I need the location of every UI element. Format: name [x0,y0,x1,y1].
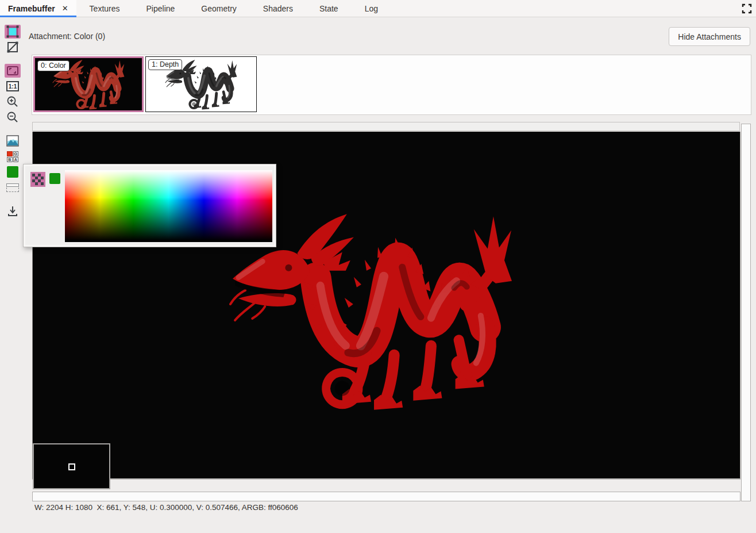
tab-label: Log [365,4,378,13]
framebuffer-viewer-window: Framebuffer ✕ Textures Pipeline Geometry… [0,0,756,533]
hsv-gradient-picker[interactable] [65,170,272,242]
pixel-status-text: W: 2204 H: 1080 X: 661, Y: 548, U: 0.300… [34,503,298,512]
tab-label: Textures [90,4,120,13]
fullscreen-button[interactable] [742,3,752,14]
zoom-out-icon [6,110,20,124]
blend-disabled-icon [6,40,20,54]
tab-label: Shaders [263,4,293,13]
background-image-icon [6,135,20,147]
tab-bar: Framebuffer ✕ Textures Pipeline Geometry… [0,0,756,17]
attachment-badge: 0: Color [37,60,70,71]
range-histogram-icon [6,183,19,192]
zoom-in-button[interactable] [5,95,21,109]
green-swatch[interactable] [49,173,60,184]
hide-attachments-button[interactable]: Hide Attachments [669,27,750,46]
green-color-swatch-icon [7,166,18,178]
tab-framebuffer[interactable]: Framebuffer ✕ [0,0,76,17]
tab-shaders[interactable]: Shaders [250,0,306,17]
tab-label: Geometry [201,4,236,13]
tab-label: State [319,4,338,13]
tab-textures[interactable]: Textures [76,0,133,17]
viewer-toolbar: 1:1 [4,25,21,220]
save-image-button[interactable] [5,204,21,218]
blend-disabled-button[interactable] [5,40,21,54]
fullscreen-corners-icon [742,3,752,14]
tab-label: Pipeline [146,4,175,13]
attachment-thumbnail-depth[interactable]: 1: Depth [145,56,257,112]
horizontal-scrollbar[interactable] [32,492,740,501]
rgba-channels-button[interactable]: G B A [5,149,21,163]
blue-channel-letter: B [7,157,13,162]
fit-to-window-button[interactable] [5,64,21,78]
actual-size-button[interactable]: 1:1 [5,79,21,93]
tab-state[interactable]: State [306,0,352,17]
zoom-in-icon [6,95,20,109]
horizontal-scrollbar-top[interactable] [32,122,740,131]
green-channel-letter: G [13,151,19,156]
overview-minimap[interactable] [33,443,110,489]
pixel-selection-icon [6,25,20,39]
range-histogram-button[interactable] [5,181,21,194]
zoom-out-button[interactable] [5,110,21,124]
tab-geometry[interactable]: Geometry [188,0,249,17]
alpha-channel-letter: A [13,157,19,162]
clear-color-button[interactable] [5,165,21,179]
actual-size-icon: 1:1 [6,81,19,91]
attachment-thumbnail-strip: 0: Color 1: Depth [32,55,751,115]
tab-label: Framebuffer [8,4,55,13]
background-image-button[interactable] [5,134,21,148]
red-channel-swatch [7,151,13,156]
fit-to-window-icon [6,64,20,78]
rgba-channels-icon: G B A [7,151,18,162]
tab-log[interactable]: Log [352,0,391,17]
minimap-viewport-rect[interactable] [68,463,75,470]
close-tab-icon[interactable]: ✕ [62,4,68,13]
pixel-selection-button[interactable] [5,25,21,39]
tab-pipeline[interactable]: Pipeline [133,0,188,17]
attachment-thumbnail-color[interactable]: 0: Color [33,56,144,112]
attachment-badge: 1: Depth [148,59,182,70]
alpha-checker-swatch[interactable] [30,172,45,187]
background-color-picker-popup [23,164,276,247]
vertical-scrollbar[interactable] [741,124,751,501]
save-download-icon [6,204,20,218]
attachment-label: Attachment: Color (0) [29,32,105,41]
